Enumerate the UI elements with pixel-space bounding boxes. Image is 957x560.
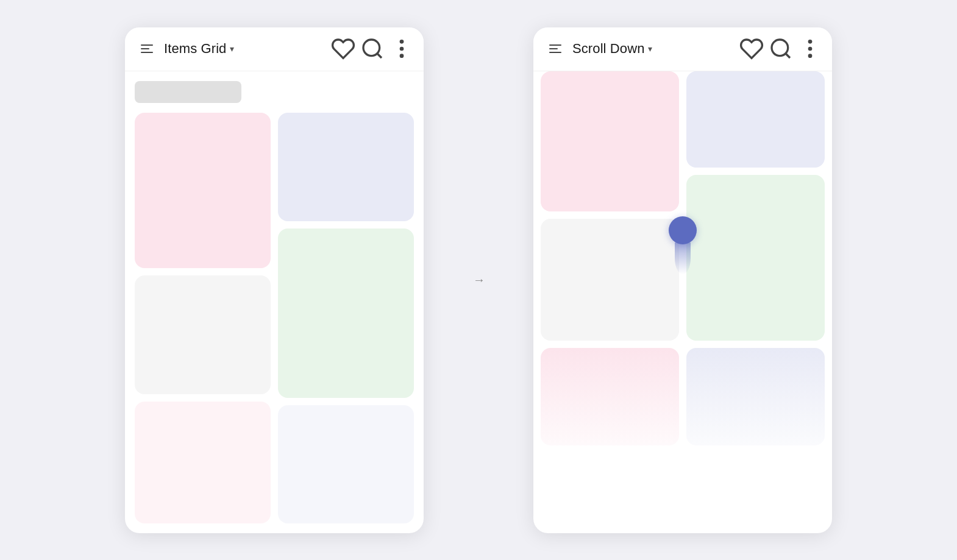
svg-point-7 xyxy=(808,40,813,44)
left-heart-button[interactable] xyxy=(331,37,355,61)
right-menu-button[interactable] xyxy=(543,37,567,61)
right-actions xyxy=(739,37,822,61)
left-more-button[interactable] xyxy=(390,37,414,61)
left-dropdown-arrow[interactable]: ▾ xyxy=(230,44,234,54)
heart-icon-right xyxy=(739,37,764,61)
left-phone-frame: Items Grid ▾ xyxy=(125,27,424,533)
left-search-button[interactable] xyxy=(360,37,385,61)
right-content-area xyxy=(533,71,832,533)
left-menu-button[interactable] xyxy=(135,37,159,61)
left-actions xyxy=(331,37,414,61)
more-vertical-icon-right xyxy=(798,37,822,61)
grid-item-green[interactable] xyxy=(278,229,414,398)
right-grid-item-gray[interactable] xyxy=(541,219,679,341)
left-content-area xyxy=(125,71,424,533)
heart-icon xyxy=(331,37,355,61)
svg-point-8 xyxy=(808,47,813,51)
hamburger-icon xyxy=(141,44,153,53)
hamburger-icon-right xyxy=(549,44,561,53)
right-top-bar: Scroll Down ▾ xyxy=(533,27,832,71)
right-grid xyxy=(533,71,832,453)
left-search-bar[interactable] xyxy=(135,81,241,103)
transition-arrow: → xyxy=(473,273,484,287)
svg-point-0 xyxy=(363,40,380,56)
right-more-button[interactable] xyxy=(798,37,822,61)
svg-point-2 xyxy=(400,40,404,44)
svg-line-6 xyxy=(786,54,790,58)
left-grid xyxy=(135,113,414,523)
grid-item-pink-tall[interactable] xyxy=(135,113,271,268)
right-dropdown-arrow[interactable]: ▾ xyxy=(648,44,652,54)
search-icon xyxy=(360,37,385,61)
arrow-container: → xyxy=(460,273,497,287)
svg-line-1 xyxy=(377,54,382,58)
left-col-2 xyxy=(278,113,414,523)
left-title-area: Items Grid ▾ xyxy=(164,41,326,57)
more-vertical-icon xyxy=(390,37,414,61)
svg-point-9 xyxy=(808,54,813,58)
right-grid-item-pink-bottom[interactable] xyxy=(541,348,679,445)
left-top-bar: Items Grid ▾ xyxy=(125,27,424,71)
right-col-1 xyxy=(541,71,679,445)
right-grid-item-blue-top[interactable] xyxy=(686,71,825,168)
right-title: Scroll Down xyxy=(572,41,644,57)
svg-point-4 xyxy=(400,54,404,58)
right-grid-item-blue-bottom[interactable] xyxy=(686,348,825,445)
left-col-1 xyxy=(135,113,271,523)
svg-point-5 xyxy=(772,40,788,56)
right-grid-item-green[interactable] xyxy=(686,175,825,341)
search-icon-right xyxy=(769,37,793,61)
grid-item-gray[interactable] xyxy=(135,275,271,394)
right-search-button[interactable] xyxy=(769,37,793,61)
right-heart-button[interactable] xyxy=(739,37,764,61)
right-grid-item-pink-tall[interactable] xyxy=(541,71,679,211)
grid-item-blue-small[interactable] xyxy=(278,405,414,523)
right-phone-frame: Scroll Down ▾ xyxy=(533,27,832,533)
left-title: Items Grid xyxy=(164,41,226,57)
grid-item-blue[interactable] xyxy=(278,113,414,221)
right-title-area: Scroll Down ▾ xyxy=(572,41,735,57)
grid-item-pink-small[interactable] xyxy=(135,402,271,523)
right-col-2 xyxy=(686,71,825,445)
svg-point-3 xyxy=(400,47,404,51)
